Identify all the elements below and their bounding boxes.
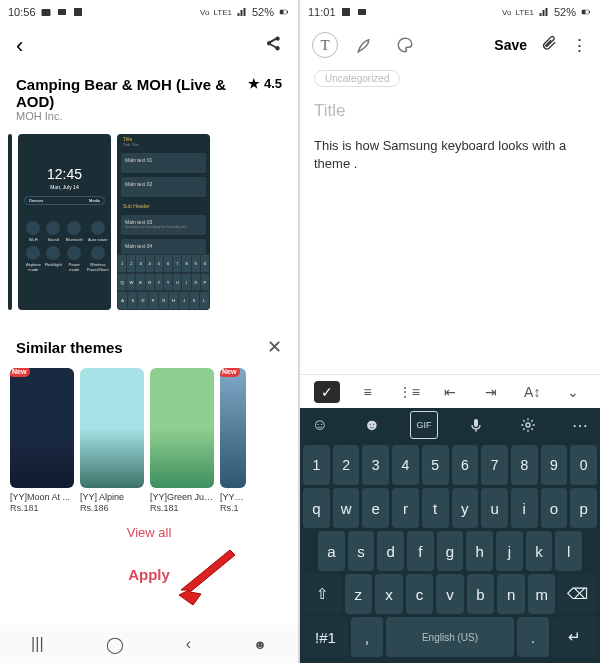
key-z[interactable]: z (345, 574, 373, 614)
key-g[interactable]: g (437, 531, 464, 571)
key-q[interactable]: q (303, 488, 330, 528)
view-all-button[interactable]: View all (10, 513, 288, 552)
battery-icon (580, 6, 592, 18)
theme-vendor: MOH Inc. (16, 110, 282, 122)
key-9[interactable]: 9 (541, 445, 568, 485)
nav-home-icon[interactable]: ◯ (106, 635, 124, 654)
more-icon[interactable]: ⋮ (571, 35, 588, 56)
emoji-icon[interactable]: ☺ (306, 411, 334, 439)
palette-tool-icon[interactable] (392, 32, 418, 58)
key-7[interactable]: 7 (481, 445, 508, 485)
keyboard[interactable]: 1234567890qwertyuiopasdfghjkl⇧zxcvbnm⌫!#… (300, 442, 600, 663)
symbols-key[interactable]: !#1 (303, 617, 348, 657)
pen-tool-icon[interactable] (352, 32, 378, 58)
status-time: 11:01 (308, 6, 336, 18)
period-key[interactable]: . (517, 617, 549, 657)
msg-icon (356, 6, 368, 18)
key-x[interactable]: x (375, 574, 403, 614)
expand-icon[interactable]: ⋯ (566, 411, 594, 439)
checkbox-format-icon[interactable]: ✓ (314, 381, 340, 403)
key-u[interactable]: u (481, 488, 508, 528)
sticker-icon[interactable]: ☻ (358, 411, 386, 439)
msg-icon (56, 6, 68, 18)
battery-pct: 52% (554, 6, 576, 18)
svg-rect-5 (287, 11, 288, 13)
bullet-list-icon[interactable]: ≡ (355, 381, 381, 403)
key-s[interactable]: s (348, 531, 375, 571)
svg-rect-4 (280, 10, 284, 14)
outdent-icon[interactable]: ⇤ (437, 381, 463, 403)
svg-rect-0 (41, 9, 50, 16)
nav-accessibility-icon[interactable]: ☻ (253, 637, 267, 652)
attach-icon[interactable] (541, 34, 557, 57)
backspace-key[interactable]: ⌫ (558, 574, 597, 614)
key-0[interactable]: 0 (570, 445, 597, 485)
img-icon (340, 6, 352, 18)
enter-key[interactable]: ↵ (552, 617, 597, 657)
space-key[interactable]: English (US) (386, 617, 514, 657)
theme-preview-carousel[interactable]: 12:45 Mon, July 14 DevicesMedia Wi-FiSou… (0, 126, 298, 316)
nav-recents-icon[interactable]: ||| (31, 635, 43, 653)
key-b[interactable]: b (467, 574, 495, 614)
key-e[interactable]: e (362, 488, 389, 528)
indent-icon[interactable]: ⇥ (478, 381, 504, 403)
theme-thumb[interactable]: New[YY] TlRs.1 (220, 368, 246, 513)
collapse-icon[interactable]: ⌄ (560, 381, 586, 403)
key-h[interactable]: h (466, 531, 493, 571)
key-8[interactable]: 8 (511, 445, 538, 485)
key-p[interactable]: p (570, 488, 597, 528)
theme-thumb[interactable]: New[YY]Moon At ...Rs.181 (10, 368, 74, 513)
preview-partial-left[interactable] (8, 134, 12, 310)
key-m[interactable]: m (528, 574, 556, 614)
key-1[interactable]: 1 (303, 445, 330, 485)
gif-icon[interactable]: GIF (410, 411, 438, 439)
key-2[interactable]: 2 (333, 445, 360, 485)
similar-themes-list[interactable]: New[YY]Moon At ...Rs.181[YY] AlpineRs.18… (10, 368, 288, 513)
back-icon[interactable]: ‹ (16, 33, 23, 59)
shift-key[interactable]: ⇧ (303, 574, 342, 614)
settings-icon[interactable] (514, 411, 542, 439)
key-t[interactable]: t (422, 488, 449, 528)
key-j[interactable]: j (496, 531, 523, 571)
key-i[interactable]: i (511, 488, 538, 528)
key-l[interactable]: l (555, 531, 582, 571)
comma-key[interactable]: , (351, 617, 383, 657)
key-v[interactable]: v (436, 574, 464, 614)
key-o[interactable]: o (541, 488, 568, 528)
note-body[interactable]: This is how Samsung keyboard looks with … (300, 131, 600, 179)
key-4[interactable]: 4 (392, 445, 419, 485)
voice-icon[interactable] (462, 411, 490, 439)
category-chip[interactable]: Uncategorized (314, 70, 400, 87)
key-w[interactable]: w (333, 488, 360, 528)
svg-rect-7 (358, 9, 366, 15)
key-k[interactable]: k (526, 531, 553, 571)
nav-back-icon[interactable]: ‹ (186, 635, 191, 653)
apply-button[interactable]: Apply (10, 552, 288, 597)
preview-lockscreen[interactable]: 12:45 Mon, July 14 DevicesMedia Wi-FiSou… (18, 134, 111, 310)
similar-themes-title: Similar themes (16, 339, 123, 356)
key-n[interactable]: n (497, 574, 525, 614)
camera-icon (40, 6, 52, 18)
text-style-icon[interactable]: A↕ (519, 381, 545, 403)
key-r[interactable]: r (392, 488, 419, 528)
key-6[interactable]: 6 (452, 445, 479, 485)
text-tool-icon[interactable]: T (312, 32, 338, 58)
theme-title-block: ★ 4.5 Camping Bear & MOH (Live & AOD) MO… (0, 68, 298, 126)
key-a[interactable]: a (318, 531, 345, 571)
key-y[interactable]: y (452, 488, 479, 528)
theme-thumb[interactable]: [YY]Green Jun...Rs.181 (150, 368, 214, 513)
key-5[interactable]: 5 (422, 445, 449, 485)
keyboard-section: ✓ ≡ ⋮≡ ⇤ ⇥ A↕ ⌄ ☺ ☻ GIF ⋯ 1234567890qwer… (300, 374, 600, 663)
theme-thumb[interactable]: [YY] AlpineRs.186 (80, 368, 144, 513)
status-time: 10:56 (8, 6, 36, 18)
key-3[interactable]: 3 (362, 445, 389, 485)
save-button[interactable]: Save (494, 37, 527, 53)
preview-settings-list[interactable]: TitleSub Title Main text 01 Main text 02… (117, 134, 210, 310)
note-title-input[interactable]: Title (300, 91, 600, 131)
close-icon[interactable]: ✕ (267, 336, 282, 358)
key-d[interactable]: d (377, 531, 404, 571)
share-icon[interactable] (264, 35, 282, 58)
number-list-icon[interactable]: ⋮≡ (396, 381, 422, 403)
key-f[interactable]: f (407, 531, 434, 571)
key-c[interactable]: c (406, 574, 434, 614)
